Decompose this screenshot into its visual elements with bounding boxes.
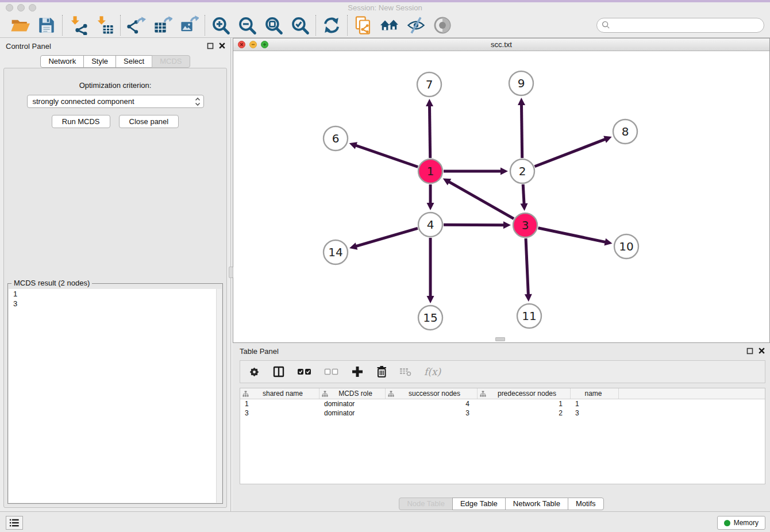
- deselect-all-button[interactable]: [324, 368, 339, 376]
- search-icon: [602, 21, 610, 29]
- tab-edge-table[interactable]: Edge Table: [452, 498, 506, 510]
- table-settings-button[interactable]: [248, 366, 260, 378]
- cell-shared-name[interactable]: 1: [240, 399, 319, 408]
- mcds-result-group: MCDS result (2 nodes) 13: [7, 283, 223, 504]
- add-row-button[interactable]: [351, 365, 364, 378]
- graph-node-9[interactable]: 9: [509, 71, 533, 95]
- graph-node-1[interactable]: 1: [418, 159, 442, 183]
- zoom-out-icon[interactable]: [237, 16, 257, 35]
- cell-MCDS-role[interactable]: dominator: [319, 408, 386, 418]
- network-window-titlebar[interactable]: scc.txt: [233, 38, 769, 51]
- column-header-name[interactable]: name: [571, 388, 619, 399]
- svg-text:11: 11: [522, 309, 536, 323]
- mcds-result-title: MCDS result (2 nodes): [11, 279, 92, 287]
- column-header-shared-name[interactable]: shared name: [240, 388, 319, 399]
- apply-layout-icon[interactable]: [322, 16, 341, 35]
- result-line: 3: [9, 299, 222, 309]
- search-input[interactable]: [610, 21, 759, 29]
- graph-node-3[interactable]: 3: [513, 213, 537, 237]
- table-toolbar: f(x): [240, 360, 765, 383]
- function-builder-button[interactable]: f(x): [424, 366, 441, 377]
- svg-text:10: 10: [619, 240, 633, 253]
- graph-node-10[interactable]: 10: [614, 234, 638, 259]
- control-panel: Control Panel NetworkStyleSelectMCDS Opt…: [0, 38, 231, 511]
- network-canvas[interactable]: 7968124314101511: [233, 51, 769, 342]
- delete-column-icon: [399, 366, 412, 377]
- show-columns-button[interactable]: [272, 365, 285, 378]
- export-image-icon[interactable]: [179, 16, 199, 35]
- run-mcds-button[interactable]: Run MCDS: [52, 115, 110, 128]
- export-table-icon[interactable]: [153, 16, 172, 35]
- close-panel-button[interactable]: Close panel: [119, 115, 179, 128]
- gear-icon: [248, 366, 260, 378]
- delete-column-button[interactable]: [399, 366, 412, 377]
- network-graph[interactable]: 7968124314101511: [233, 51, 769, 342]
- cell-name[interactable]: 1: [571, 399, 619, 408]
- memory-status-icon: [724, 520, 730, 526]
- delete-row-button[interactable]: [376, 365, 387, 379]
- float-panel-icon[interactable]: [207, 43, 214, 49]
- cell-shared-name[interactable]: 3: [240, 408, 319, 418]
- network-minimize-button[interactable]: [249, 41, 257, 48]
- column-header-successor-nodes[interactable]: successor nodes: [386, 388, 478, 399]
- close-table-panel-icon[interactable]: [758, 347, 765, 354]
- cell-successor-nodes[interactable]: 4: [386, 399, 478, 408]
- open-session-icon[interactable]: [10, 16, 30, 35]
- deselect-all-icon: [324, 368, 339, 376]
- node-table[interactable]: shared nameMCDS rolesuccessor nodesprede…: [240, 388, 765, 484]
- float-table-panel-icon[interactable]: [746, 348, 753, 354]
- zoom-in-icon[interactable]: [211, 16, 230, 35]
- import-network-icon[interactable]: [68, 16, 88, 35]
- main-toolbar: [0, 13, 770, 38]
- column-header-predecessor-nodes[interactable]: predecessor nodes: [478, 388, 571, 399]
- svg-text:8: 8: [622, 125, 629, 138]
- tab-mcds[interactable]: MCDS: [152, 55, 190, 68]
- memory-button[interactable]: Memory: [717, 516, 765, 530]
- criterion-dropdown[interactable]: strongly connected component: [27, 95, 204, 108]
- cell-successor-nodes[interactable]: 3: [386, 408, 478, 418]
- zoom-selected-icon[interactable]: [290, 16, 310, 35]
- tab-style[interactable]: Style: [83, 55, 116, 68]
- task-history-button[interactable]: [6, 516, 23, 530]
- table-row[interactable]: 3dominator323: [240, 408, 765, 418]
- zoom-fit-icon[interactable]: [264, 16, 283, 35]
- column-header-MCDS-role[interactable]: MCDS role: [319, 388, 386, 399]
- titlebar: Session: New Session: [0, 2, 770, 13]
- tab-network-table[interactable]: Network Table: [505, 498, 568, 510]
- cell-MCDS-role[interactable]: dominator: [319, 399, 386, 408]
- tab-select[interactable]: Select: [116, 55, 152, 68]
- show-all-icon[interactable]: [433, 16, 452, 35]
- mcds-result-list[interactable]: 13: [9, 289, 222, 503]
- close-panel-icon[interactable]: [218, 42, 226, 49]
- hide-selected-icon[interactable]: [406, 16, 426, 35]
- graph-node-4[interactable]: 4: [418, 213, 442, 237]
- network-close-button[interactable]: [238, 41, 245, 48]
- copy-network-icon[interactable]: [353, 16, 373, 35]
- status-bar: Memory: [0, 511, 770, 532]
- result-line: 1: [9, 289, 222, 299]
- save-session-icon[interactable]: [37, 16, 56, 35]
- select-all-button[interactable]: [297, 368, 312, 376]
- cell-predecessor-nodes[interactable]: 1: [478, 399, 571, 408]
- optimization-criterion-label: Optimization criterion:: [4, 81, 226, 90]
- tab-network[interactable]: Network: [40, 55, 84, 68]
- tab-node-table[interactable]: Node Table: [399, 498, 453, 510]
- graph-node-8[interactable]: 8: [613, 119, 637, 144]
- import-table-icon[interactable]: [95, 16, 114, 35]
- cell-name[interactable]: 3: [571, 408, 619, 418]
- graph-node-15[interactable]: 15: [418, 306, 442, 330]
- graph-node-14[interactable]: 14: [324, 240, 348, 264]
- network-maximize-button[interactable]: [261, 41, 268, 48]
- cell-predecessor-nodes[interactable]: 2: [478, 408, 571, 418]
- first-neighbors-icon[interactable]: [380, 16, 399, 35]
- result-scrollbar[interactable]: [216, 289, 222, 503]
- graph-node-6[interactable]: 6: [324, 126, 348, 151]
- tab-motifs[interactable]: Motifs: [568, 498, 604, 510]
- table-row[interactable]: 1dominator411: [240, 399, 765, 408]
- graph-node-7[interactable]: 7: [417, 72, 441, 97]
- canvas-drawer-handle[interactable]: [495, 337, 505, 341]
- export-network-icon[interactable]: [126, 16, 146, 35]
- splitter-grip[interactable]: [229, 267, 233, 278]
- graph-node-11[interactable]: 11: [517, 304, 541, 328]
- graph-node-2[interactable]: 2: [510, 159, 534, 183]
